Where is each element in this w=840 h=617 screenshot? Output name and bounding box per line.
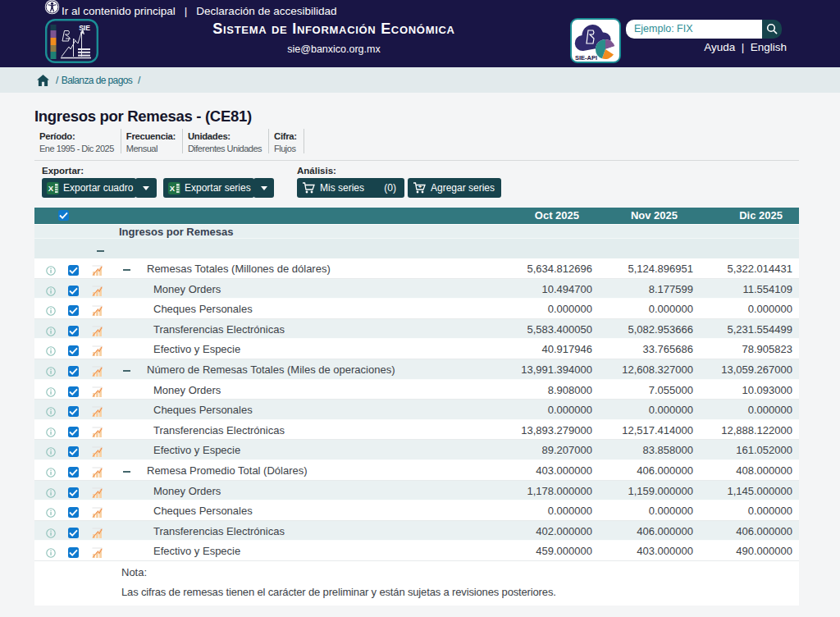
svg-text:SIE: SIE	[79, 24, 90, 32]
svg-text:X: X	[170, 184, 176, 193]
svg-text:X: X	[48, 184, 54, 193]
svg-text:+: +	[418, 183, 422, 189]
svg-text:SIE-API: SIE-API	[575, 54, 597, 62]
